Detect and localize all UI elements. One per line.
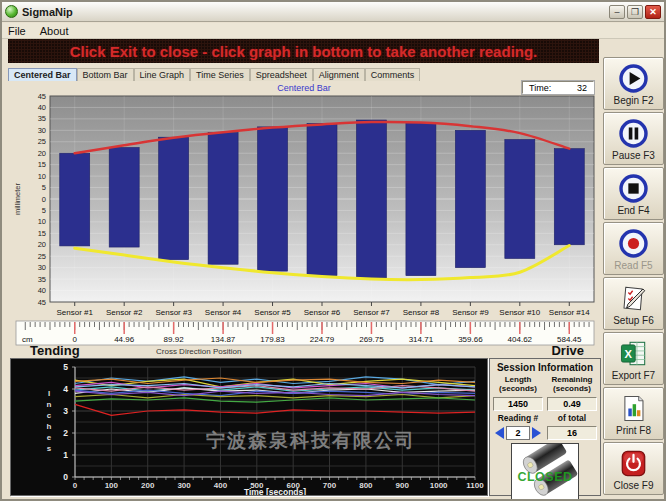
message-banner: Click Exit to close - click graph in bot… [8,39,599,63]
close-button[interactable]: Close F9 [603,442,664,495]
bar-sensor-8 [406,122,436,275]
svg-text:Sensor #14: Sensor #14 [549,308,590,317]
pause-icon [618,116,649,150]
svg-text:30: 30 [38,126,46,135]
banner-text: Click Exit to close - click graph in bot… [70,43,538,60]
tab-bottom-bar[interactable]: Bottom Bar [77,68,134,81]
svg-text:35: 35 [38,275,46,284]
pause-button[interactable]: Pause F3 [603,112,664,165]
centered-bar-chart: 45403530252015105051015202530354045milli… [8,81,600,358]
minimize-button-icon[interactable]: – [609,5,625,19]
bar-sensor-14 [554,149,584,245]
svg-text:359.66: 359.66 [458,335,483,344]
svg-text:Sensor #10: Sensor #10 [499,308,540,317]
bar-sensor-5 [258,127,288,271]
svg-text:Sensor #3: Sensor #3 [155,308,192,317]
svg-text:10: 10 [38,172,46,181]
pause-button-label: Pause F3 [612,150,655,161]
session-title: Session Information [493,362,597,373]
svg-text:25: 25 [38,252,46,261]
close-button-icon[interactable]: ✕ [645,5,661,19]
tab-strip: Centered BarBottom BarLine GraphTime Ser… [8,66,420,81]
centered-bar-panel: 45403530252015105051015202530354045milli… [8,81,600,358]
svg-text:400: 400 [214,481,228,490]
svg-text:1: 1 [63,450,68,460]
svg-text:h: h [47,422,52,431]
svg-text:100: 100 [105,481,119,490]
bar-sensor-10 [505,139,535,258]
svg-text:0: 0 [73,481,78,490]
menu-item-file[interactable]: File [8,25,26,37]
tab-comments[interactable]: Comments [365,68,421,81]
svg-text:40: 40 [38,103,46,112]
trend-chart[interactable]: 0100200300400500600700800900100011000123… [10,358,488,496]
svg-text:Time [seconds]: Time [seconds] [244,487,306,495]
svg-text:900: 900 [396,481,410,490]
tab-alignment[interactable]: Alignment [313,68,365,81]
bar-sensor-1 [60,153,90,246]
end-button-label: End F4 [617,205,649,216]
setup-button[interactable]: Setup F6 [603,277,664,330]
title-bar: SigmaNip – ❐ ✕ [2,2,664,22]
bar-chart-title: Centered Bar [8,83,600,93]
remaining-value: 0.49 [547,397,597,411]
tab-time-series[interactable]: Time Series [190,68,250,81]
tending-side-label: Tending [30,343,80,358]
svg-text:5: 5 [42,183,46,192]
bar-sensor-4 [208,133,238,265]
excel-icon: X [618,336,649,370]
tab-centered-bar[interactable]: Centered Bar [8,68,77,81]
time-field[interactable]: Time: 32 [522,81,594,94]
bar-sensor-6 [307,123,337,275]
svg-text:44.96: 44.96 [114,335,135,344]
play-icon [618,61,649,95]
watermark-text: 宁波森泉科技有限公司 [206,430,416,451]
print-button[interactable]: Print F8 [603,387,664,440]
svg-text:25: 25 [38,137,46,146]
drive-side-label: Drive [551,343,584,358]
svg-text:35: 35 [38,114,46,123]
reading-label: Reading # [493,413,543,423]
svg-text:0: 0 [63,472,68,482]
stop-icon [618,171,649,205]
svg-text:n: n [47,400,52,409]
export-button-label: Export F7 [612,370,655,381]
reading-value[interactable]: 2 [506,426,530,440]
svg-text:0: 0 [42,195,46,204]
menu-item-about[interactable]: About [40,25,69,37]
svg-text:Sensor #4: Sensor #4 [205,308,242,317]
end-button[interactable]: End F4 [603,167,664,220]
export-button[interactable]: XExport F7 [603,332,664,385]
svg-text:700: 700 [323,481,337,490]
svg-text:c: c [47,411,52,420]
read-button[interactable]: Read F5 [603,222,664,275]
tab-spreadsheet[interactable]: Spreadsheet [250,68,313,81]
svg-text:179.83: 179.83 [260,335,285,344]
time-value: 32 [577,83,587,93]
svg-text:5: 5 [42,206,46,215]
nip-status-image: CLOSED [511,443,579,501]
sidebar: Begin F2Pause F3End F4Read F5Setup F6XEx… [603,57,664,495]
svg-text:30: 30 [38,263,46,272]
svg-text:89.92: 89.92 [164,335,185,344]
app-icon [5,5,18,18]
svg-text:e: e [47,433,52,442]
reading-next-icon[interactable] [532,427,541,439]
menu-bar: File About [2,23,664,39]
svg-text:224.79: 224.79 [310,335,335,344]
record-icon [618,226,649,260]
close-button-label: Close F9 [613,480,653,491]
svg-text:15: 15 [38,229,46,238]
main-content: Click Exit to close - click graph in bot… [2,39,664,499]
tab-line-graph[interactable]: Line Graph [134,68,191,81]
svg-text:134.87: 134.87 [211,335,236,344]
svg-text:20: 20 [38,149,46,158]
reading-previous-icon[interactable] [495,427,504,439]
setup-button-label: Setup F6 [613,315,654,326]
bar-sensor-3 [159,137,189,259]
begin-button[interactable]: Begin F2 [603,57,664,110]
svg-text:314.71: 314.71 [409,335,434,344]
remaining-label: Remaining (seconds) [547,375,597,393]
svg-text:20: 20 [38,240,46,249]
restore-button-icon[interactable]: ❐ [627,5,643,19]
